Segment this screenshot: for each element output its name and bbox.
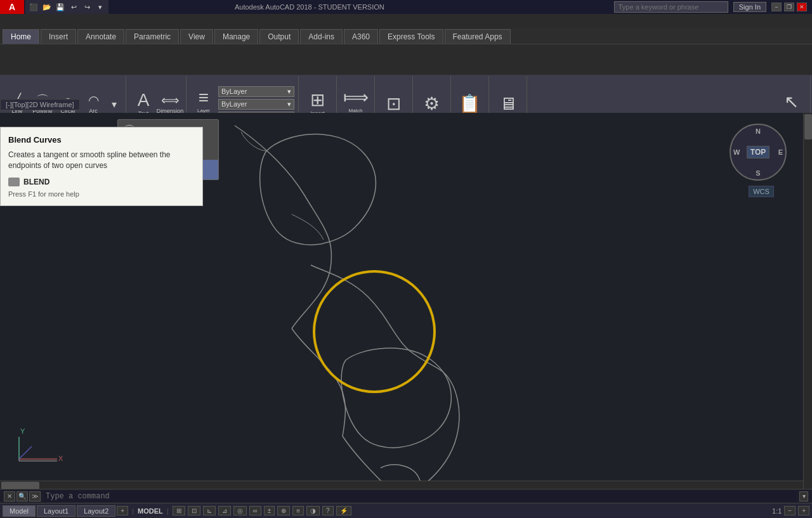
status-separator2: | — [167, 507, 169, 515]
close-button[interactable]: ✕ — [797, 3, 807, 11]
lineweight-button[interactable]: ≡ — [292, 506, 304, 515]
tab-output[interactable]: Output — [259, 29, 299, 44]
tab-parametric[interactable]: Parametric — [126, 29, 179, 44]
horizontal-scrollbar[interactable] — [0, 481, 803, 489]
tooltip-command: BLEND — [8, 178, 195, 186]
insert-icon: ⊞ — [310, 91, 325, 109]
select-mode-icon: ↖ — [784, 93, 799, 111]
viewport-label: [-][Top][2D Wireframe] — [0, 99, 80, 110]
zoom-level: 1:1 — [772, 507, 782, 515]
more-draw-button[interactable]: ▾ — [107, 96, 122, 112]
transparency-button[interactable]: ◑ — [306, 506, 320, 515]
text-icon: A — [138, 91, 150, 109]
cmd-close-button[interactable]: ✕ — [4, 491, 15, 502]
color-value: ByLayer — [221, 100, 247, 108]
snap-button[interactable]: ⊡ — [188, 506, 200, 515]
polar-button[interactable]: ⊿ — [218, 506, 231, 515]
color-dropdown-arrow: ▾ — [287, 100, 291, 108]
qat-undo[interactable]: ↩ — [68, 1, 79, 13]
ortho-button[interactable]: ⊾ — [203, 506, 216, 515]
match-properties-icon: ⟾ — [343, 89, 369, 107]
more-draw-icon: ▾ — [112, 98, 117, 110]
tab-insert[interactable]: Insert — [41, 29, 76, 44]
add-layout-button[interactable]: + — [117, 506, 128, 515]
sign-in-button[interactable]: Sign In — [733, 2, 766, 12]
layer-value: ByLayer — [221, 87, 247, 95]
compass: N S E W TOP WCS — [730, 124, 793, 212]
cmd-buttons: ✕ 🔍 ≫ — [4, 491, 41, 502]
model-tab[interactable]: Model — [3, 505, 36, 517]
compass-south: S — [756, 169, 760, 177]
quick-access-toolbar: ⬛ 📂 💾 ↩ ↪ ▾ — [25, 0, 108, 14]
tab-express[interactable]: Express Tools — [379, 29, 443, 44]
clipboard-icon: 📋 — [459, 95, 481, 113]
layout1-tab[interactable]: Layout1 — [37, 505, 75, 517]
arc-icon: ◠ — [88, 94, 99, 107]
command-input[interactable] — [43, 491, 797, 502]
zoom-in-button[interactable]: + — [798, 506, 809, 515]
wcs-label: WCS — [749, 186, 774, 197]
app-button[interactable]: A — [0, 0, 24, 14]
dimension-icon: ⟺ — [161, 94, 180, 107]
tab-view[interactable]: View — [180, 29, 213, 44]
dyn-button[interactable]: ⊕ — [277, 506, 290, 515]
tooltip-command-name: BLEND — [23, 178, 49, 186]
tab-annotate[interactable]: Annotate — [77, 29, 124, 44]
tooltip-description: Creates a tangent or smooth spline betwe… — [8, 150, 195, 171]
tab-home[interactable]: Home — [3, 29, 39, 44]
tab-featured[interactable]: Featured Apps — [445, 29, 511, 44]
tooltip-command-icon — [8, 178, 20, 186]
minimize-button[interactable]: − — [771, 3, 782, 11]
sc-button[interactable]: ⚡ — [336, 506, 351, 515]
qat-more[interactable]: ▾ — [95, 1, 106, 13]
osnap-button[interactable]: ◎ — [233, 506, 247, 515]
compass-west: W — [733, 148, 740, 156]
command-bar: ✕ 🔍 ≫ ▾ — [0, 489, 812, 503]
vscroll-thumb[interactable] — [804, 114, 812, 139]
tooltip-title: Blend Curves — [8, 135, 195, 145]
cmd-search-button[interactable]: 🔍 — [16, 491, 28, 502]
qp-button[interactable]: ? — [322, 506, 334, 515]
window-controls: − ❐ ✕ — [771, 3, 807, 11]
layer-dropdown[interactable]: ByLayer ▾ — [218, 86, 294, 97]
color-dropdown[interactable]: ByLayer ▾ — [218, 99, 294, 110]
svg-line-3 — [19, 446, 32, 459]
tab-manage[interactable]: Manage — [214, 29, 258, 44]
svg-point-0 — [314, 271, 435, 392]
search-input[interactable] — [614, 1, 728, 13]
qat-save[interactable]: 💾 — [55, 1, 66, 13]
zoom-out-button[interactable]: − — [784, 506, 796, 515]
compass-north: N — [756, 127, 761, 135]
grid-button[interactable]: ⊞ — [173, 506, 185, 515]
compass-east: E — [778, 148, 783, 156]
layer-dropdown-arrow: ▾ — [287, 87, 291, 96]
compass-top-label: TOP — [747, 146, 769, 159]
tab-a360[interactable]: A360 — [344, 29, 378, 44]
status-separator: | — [132, 507, 134, 515]
axis-svg: Y X — [13, 424, 63, 469]
model-tabs: Model Layout1 Layout2 + — [3, 505, 128, 517]
qat-new[interactable]: ⬛ — [28, 1, 39, 13]
layer-properties-icon: ≡ — [199, 89, 209, 107]
tooltip-panel: Blend Curves Creates a tangent or smooth… — [0, 127, 203, 206]
view-icon: 🖥 — [499, 95, 517, 113]
titlebar: A ⬛ 📂 💾 ↩ ↪ ▾ Autodesk AutoCAD 2018 - ST… — [0, 0, 812, 14]
titlebar-right: Sign In − ❐ ✕ — [614, 1, 807, 13]
axis-indicator: Y X — [13, 424, 63, 470]
svg-text:X: X — [58, 455, 63, 462]
restore-button[interactable]: ❐ — [784, 3, 794, 11]
ribbon-tabs: Home Insert Annotate Parametric View Man… — [0, 28, 812, 44]
groups-icon: ⊡ — [386, 95, 401, 113]
utilities-icon: ⚙ — [424, 95, 440, 113]
tab-addins[interactable]: Add-ins — [300, 29, 343, 44]
cmd-dropdown-button[interactable]: ▾ — [799, 491, 808, 502]
qat-redo[interactable]: ↪ — [81, 1, 93, 13]
ducs-button[interactable]: ± — [264, 506, 275, 515]
statusbar: Model Layout1 Layout2 + | MODEL | ⊞ ⊡ ⊾ … — [0, 503, 812, 518]
cmd-arrow-button[interactable]: ≫ — [29, 491, 41, 502]
qat-open[interactable]: 📂 — [41, 1, 53, 13]
layout2-tab[interactable]: Layout2 — [77, 505, 115, 517]
compass-dial: N S E W TOP — [730, 124, 787, 181]
vertical-scrollbar[interactable] — [803, 113, 812, 489]
otrack-button[interactable]: ∞ — [249, 506, 261, 515]
